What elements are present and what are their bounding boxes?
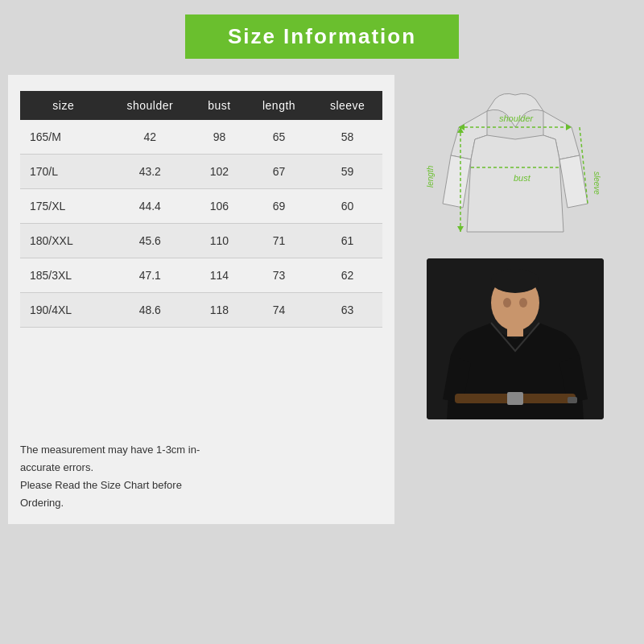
table-row: 175/XL44.41066960: [20, 189, 382, 224]
right-section: shoulder bust length sleeve: [394, 75, 636, 429]
col-size: size: [20, 91, 107, 120]
header-bar: Size Information: [185, 14, 459, 59]
table-cell: 42: [107, 120, 194, 155]
table-row: 185/3XL47.11147362: [20, 258, 382, 293]
table-cell: 43.2: [107, 155, 194, 189]
table-cell: 48.6: [107, 293, 194, 328]
table-cell: 47.1: [107, 258, 194, 293]
svg-rect-17: [507, 324, 523, 336]
table-cell: 98: [193, 120, 246, 155]
shirt-diagram: shoulder bust length sleeve: [427, 83, 604, 252]
table-cell: 45.6: [107, 224, 194, 258]
footer-line3: Please Read the Size Chart before: [20, 479, 182, 491]
table-cell: 190/4XL: [20, 293, 107, 328]
table-cell: 69: [246, 189, 312, 224]
col-sleeve: sleeve: [312, 91, 382, 120]
table-row: 170/L43.21026759: [20, 155, 382, 189]
svg-point-18: [503, 298, 511, 308]
page-wrapper: Size Information size shoulder bust leng…: [0, 14, 644, 644]
table-cell: 60: [312, 189, 382, 224]
svg-text:length: length: [427, 165, 435, 188]
svg-text:bust: bust: [514, 173, 531, 183]
table-header-row: size shoulder bust length sleeve: [20, 91, 382, 120]
table-row: 165/M42986558: [20, 120, 382, 155]
table-row: 190/4XL48.61187463: [20, 293, 382, 328]
table-cell: 175/XL: [20, 189, 107, 224]
footer-line1: The measurement may have 1-3cm in-: [20, 444, 200, 456]
table-cell: 74: [246, 293, 312, 328]
table-cell: 170/L: [20, 155, 107, 189]
table-cell: 59: [312, 155, 382, 189]
table-cell: 58: [312, 120, 382, 155]
table-cell: 106: [193, 189, 246, 224]
table-cell: 65: [246, 120, 312, 155]
table-cell: 62: [312, 258, 382, 293]
footer-line4: Ordering.: [20, 497, 64, 509]
table-cell: 110: [193, 224, 246, 258]
table-cell: 102: [193, 155, 246, 189]
bottom-section: The measurement may have 1-3cm in- accur…: [0, 429, 644, 524]
table-cell: 73: [246, 258, 312, 293]
svg-text:shoulder: shoulder: [499, 114, 535, 123]
col-bust: bust: [193, 91, 246, 120]
col-length: length: [246, 91, 312, 120]
table-cell: 71: [246, 224, 312, 258]
svg-rect-20: [568, 397, 577, 403]
svg-text:sleeve: sleeve: [592, 171, 601, 195]
footer-note: The measurement may have 1-3cm in- accur…: [8, 429, 394, 524]
svg-point-16: [491, 269, 539, 293]
table-cell: 63: [312, 293, 382, 328]
size-table: size shoulder bust length sleeve 165/M42…: [20, 91, 382, 328]
main-content: size shoulder bust length sleeve 165/M42…: [0, 75, 644, 429]
product-photo: [427, 258, 604, 419]
table-cell: 185/3XL: [20, 258, 107, 293]
page-title: Size Information: [209, 24, 435, 49]
svg-point-19: [519, 298, 527, 308]
table-row: 180/XXL45.61107161: [20, 224, 382, 258]
table-section: size shoulder bust length sleeve 165/M42…: [8, 75, 394, 429]
footer-line2: accurate errors.: [20, 461, 93, 473]
table-cell: 165/M: [20, 120, 107, 155]
table-cell: 114: [193, 258, 246, 293]
table-cell: 67: [246, 155, 312, 189]
col-shoulder: shoulder: [107, 91, 194, 120]
table-cell: 44.4: [107, 189, 194, 224]
table-cell: 180/XXL: [20, 224, 107, 258]
table-cell: 118: [193, 293, 246, 328]
table-cell: 61: [312, 224, 382, 258]
svg-marker-11: [457, 226, 464, 232]
svg-rect-14: [507, 392, 523, 405]
